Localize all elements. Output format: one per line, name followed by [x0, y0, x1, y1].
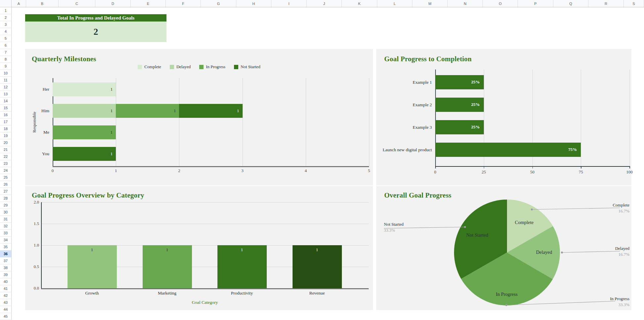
- column-header-D[interactable]: D: [95, 0, 131, 7]
- row-header-39[interactable]: 39: [0, 271, 11, 278]
- column-header-B[interactable]: B: [26, 0, 59, 7]
- legend-item: Complete: [138, 64, 161, 69]
- row-header-10[interactable]: 10: [0, 70, 11, 77]
- row-header-3[interactable]: 3: [0, 21, 11, 28]
- row-header-5[interactable]: 5: [0, 35, 11, 42]
- row-header-37[interactable]: 37: [0, 257, 11, 264]
- legend-swatch: [170, 65, 174, 69]
- row-header-17[interactable]: 17: [0, 118, 11, 125]
- row-header-31[interactable]: 31: [0, 216, 11, 223]
- column-header-H[interactable]: H: [236, 0, 271, 7]
- column-header-A[interactable]: A: [12, 0, 26, 7]
- column-header-R[interactable]: R: [588, 0, 624, 7]
- row-header-23[interactable]: 23: [0, 160, 11, 167]
- x-tick-label: 5: [362, 168, 376, 173]
- category-label: Growth: [62, 291, 122, 296]
- category-label: Marketing: [137, 291, 197, 296]
- row-header-2[interactable]: 2: [0, 14, 11, 21]
- row-header-30[interactable]: 30: [0, 209, 11, 216]
- row-header-8[interactable]: 8: [0, 56, 11, 63]
- column-header-P[interactable]: P: [518, 0, 553, 7]
- chart-goal-progress-to-completion[interactable]: Goal Progress to Completion 0255075100Ex…: [376, 49, 631, 185]
- scorecard-value: 2: [25, 22, 166, 42]
- row-header-6[interactable]: 6: [0, 42, 11, 49]
- row-header-7[interactable]: 7: [0, 49, 11, 56]
- row-header-43[interactable]: 43: [0, 299, 11, 306]
- chart-body: Complete16.7%Delayed16.7%In Progress33.3…: [376, 186, 631, 310]
- bar-value-label: 1: [103, 108, 113, 114]
- row-header-29[interactable]: 29: [0, 202, 11, 209]
- row-header-4[interactable]: 4: [0, 28, 11, 35]
- column-header-G[interactable]: G: [201, 0, 236, 7]
- chart-overall-goal-progress[interactable]: Overall Goal Progress Complete16.7%Delay…: [376, 186, 631, 310]
- x-tick-label: 25: [476, 169, 492, 175]
- column-header-S[interactable]: S: [624, 0, 644, 7]
- x-axis-tick: [629, 166, 630, 168]
- row-header-38[interactable]: 38: [0, 264, 11, 271]
- row-header-34[interactable]: 34: [0, 237, 11, 244]
- x-axis-line: [53, 166, 369, 167]
- column-header-K[interactable]: K: [342, 0, 377, 7]
- column-header-N[interactable]: N: [448, 0, 483, 7]
- x-tick-label: 2: [172, 168, 186, 173]
- column-header-L[interactable]: L: [377, 0, 412, 7]
- row-header-16[interactable]: 16: [0, 112, 11, 118]
- row-header-22[interactable]: 22: [0, 153, 11, 160]
- x-tick-label: 0: [427, 169, 443, 175]
- category-label: Revenue: [287, 291, 347, 296]
- row-header-13[interactable]: 13: [0, 91, 11, 98]
- callout-label: Delayed: [563, 246, 629, 251]
- y-tick-label: 0.5: [25, 264, 39, 269]
- column-header-I[interactable]: I: [271, 0, 307, 7]
- gridline: [629, 69, 630, 166]
- row-header-25[interactable]: 25: [0, 174, 11, 181]
- row-header-32[interactable]: 32: [0, 223, 11, 230]
- row-header-27[interactable]: 27: [0, 188, 11, 195]
- column-header-M[interactable]: M: [412, 0, 448, 7]
- row-header-35[interactable]: 35: [0, 244, 11, 251]
- row-header-40[interactable]: 40: [0, 278, 11, 285]
- column-header-E[interactable]: E: [131, 0, 166, 7]
- column-header-J[interactable]: J: [307, 0, 342, 7]
- row-header-12[interactable]: 12: [0, 84, 11, 91]
- y-tick-label: 0.0: [25, 286, 39, 291]
- row-header-9[interactable]: 9: [0, 63, 11, 70]
- row-header-21[interactable]: 21: [0, 146, 11, 153]
- row-header-1[interactable]: 1: [0, 7, 11, 14]
- chart-quarterly-milestones[interactable]: Quarterly Milestones 012345Her1Him111Me1…: [25, 49, 373, 185]
- row-header-11[interactable]: 11: [0, 77, 11, 84]
- row-header-28[interactable]: 28: [0, 195, 11, 202]
- row-header-41[interactable]: 41: [0, 285, 11, 292]
- row-header-36[interactable]: 36: [0, 251, 11, 257]
- gridline: [243, 78, 243, 166]
- column-header-F[interactable]: F: [166, 0, 201, 7]
- callout-pct: 33.3%: [563, 302, 629, 307]
- row-header-33[interactable]: 33: [0, 230, 11, 237]
- bar: [435, 143, 581, 157]
- row-header-15[interactable]: 15: [0, 105, 11, 112]
- row-header-19[interactable]: 19: [0, 132, 11, 139]
- row-header-42[interactable]: 42: [0, 292, 11, 299]
- row-header-24[interactable]: 24: [0, 167, 11, 174]
- callout-pct: 16.7%: [563, 208, 629, 214]
- column-header-O[interactable]: O: [483, 0, 518, 7]
- row-header-18[interactable]: 18: [0, 125, 11, 132]
- gridline: [581, 69, 581, 166]
- category-label: Example 2: [382, 98, 432, 112]
- x-tick-label: 0: [46, 168, 59, 173]
- scorecard-total-in-progress-delayed[interactable]: Total In Progress and Delayed Goals 2: [25, 14, 166, 42]
- column-header-C[interactable]: C: [59, 0, 95, 7]
- row-header-44[interactable]: 44: [0, 306, 11, 313]
- select-all-corner[interactable]: [0, 0, 12, 7]
- x-axis-line: [41, 288, 369, 289]
- chart-goal-progress-by-category[interactable]: Goal Progress Overview by Category 0.00.…: [25, 186, 373, 310]
- row-header-26[interactable]: 26: [0, 181, 11, 188]
- bar-value-label: 1: [293, 247, 342, 252]
- pie-slice-label: Delayed: [519, 250, 569, 255]
- row-header-45[interactable]: 45: [0, 313, 11, 320]
- row-header-14[interactable]: 14: [0, 98, 11, 105]
- row-header-20[interactable]: 20: [0, 139, 11, 146]
- callout-dot: [531, 208, 533, 210]
- legend-swatch: [138, 65, 142, 69]
- column-header-Q[interactable]: Q: [553, 0, 588, 7]
